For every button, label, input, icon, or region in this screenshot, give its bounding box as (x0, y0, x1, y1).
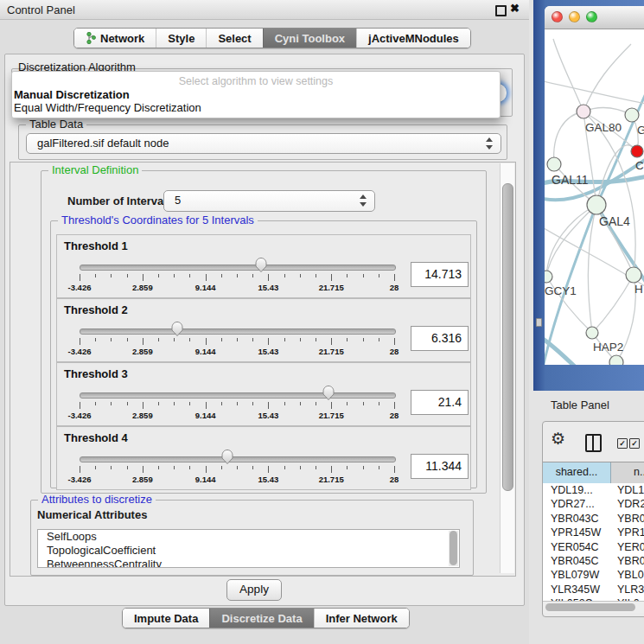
network-node[interactable] (609, 355, 623, 365)
attribute-item[interactable]: TopologicalCoefficient (38, 544, 459, 558)
network-node[interactable] (545, 271, 552, 283)
table-hscrollbar[interactable] (543, 601, 644, 613)
slider-tick-label: 21.715 (319, 347, 344, 356)
slider-tick-label: 28 (390, 411, 399, 420)
threshold-slider[interactable]: -3.4262.8599.14415.4321.71528 (57, 299, 406, 361)
bottom-tab-discretize-data[interactable]: Discretize Data (209, 609, 313, 628)
slider-tick (127, 402, 128, 405)
table-row[interactable]: YBR043CYBR0... (543, 512, 644, 526)
slider-tick-label: 9.144 (195, 283, 216, 292)
threshold-coordinates-label: Threshold's Coordinates for 5 Intervals (58, 214, 258, 226)
tab-cyni-toolbox[interactable]: Cyni Toolbox (263, 29, 356, 48)
network-node[interactable] (626, 267, 641, 283)
column-header-name[interactable]: n... (611, 462, 644, 483)
threshold-value-field[interactable]: 21.4 (411, 390, 469, 415)
threshold-slider[interactable]: -3.4262.8599.14415.4321.71528 (57, 427, 406, 489)
slider-tick-label: 15.43 (258, 347, 279, 356)
numerical-attributes-list[interactable]: SelfLoopsTopologicalCoefficientBetweenne… (37, 529, 460, 568)
bottom-tab-label: Impute Data (134, 612, 198, 625)
network-edge[interactable] (553, 39, 583, 112)
network-edge[interactable] (554, 112, 583, 164)
menu-item-manual-discretization[interactable]: Manual Discretization (14, 88, 130, 101)
network-canvas[interactable]: GAL80GACGAL11GAL4HGCY1HAP2 (545, 29, 644, 365)
network-node[interactable] (547, 157, 561, 171)
tab-network[interactable]: Network (74, 29, 156, 48)
slider-tick (95, 402, 96, 405)
network-node[interactable] (586, 327, 598, 339)
bottom-tab-impute-data[interactable]: Impute Data (123, 609, 209, 628)
slider-tick (189, 466, 190, 469)
slider-tick (95, 274, 96, 277)
slider-thumb-icon[interactable] (220, 449, 234, 465)
slider-tick-label: 9.144 (195, 411, 216, 420)
network-node[interactable] (625, 108, 639, 122)
table-data-value: galFiltered.sif default node (37, 137, 169, 150)
slider-thumb-icon[interactable] (170, 321, 184, 337)
slider-tick (363, 274, 364, 277)
tab-jactivemnodules[interactable]: jActiveMNodules (356, 29, 470, 48)
control-panel-title: Control Panel (7, 3, 75, 16)
slider-tick-label: 9.144 (195, 347, 216, 356)
apply-button[interactable]: Apply (226, 579, 282, 601)
close-traffic-light-icon[interactable] (552, 11, 563, 22)
threshold-value-field[interactable]: 11.344 (411, 454, 469, 479)
threshold-value-field[interactable]: 14.713 (411, 262, 469, 287)
network-window-titlebar (545, 6, 644, 29)
tab-select[interactable]: Select (206, 29, 262, 48)
table-data-combobox[interactable]: galFiltered.sif default node (26, 133, 501, 154)
table-row[interactable]: YLR345WYLR3... (543, 583, 644, 596)
column-header-shared[interactable]: shared... (543, 462, 611, 483)
network-node[interactable] (631, 145, 643, 157)
network-edge[interactable] (596, 145, 637, 205)
number-of-intervals-combobox[interactable]: 5 (163, 190, 375, 212)
checkbox-icon[interactable]: ✓ (629, 438, 640, 449)
slider-track[interactable] (80, 265, 396, 271)
threshold-slider[interactable]: -3.4262.8599.14415.4321.71528 (57, 363, 406, 425)
float-window-icon[interactable] (495, 5, 507, 16)
close-icon[interactable]: ✖ (510, 2, 520, 15)
table-row[interactable]: YBL079WYBL0... (543, 568, 644, 582)
slider-track[interactable] (80, 392, 396, 399)
bottom-tab-infer-network[interactable]: Infer Network (314, 609, 409, 628)
network-node[interactable] (587, 195, 606, 214)
minimize-traffic-light-icon[interactable] (569, 11, 580, 22)
tab-style[interactable]: Style (156, 29, 206, 48)
table-row[interactable]: YDL19...YDL1... (543, 483, 644, 497)
network-edge[interactable] (546, 205, 596, 277)
splitter-handle[interactable] (536, 318, 542, 327)
main-scrollbar-thumb[interactable] (502, 183, 513, 491)
table-row[interactable]: YER054CYER0... (543, 540, 644, 554)
table-hscrollbar-thumb[interactable] (545, 603, 635, 611)
threshold-row: Threshold 4 -3.4262.8599.14415.4321.7152… (56, 426, 471, 490)
attribute-item[interactable]: SelfLoops (38, 530, 459, 544)
slider-tick (347, 466, 348, 469)
slider-track[interactable] (80, 328, 396, 335)
zoom-traffic-light-icon[interactable] (586, 11, 597, 22)
columns-icon[interactable] (585, 434, 602, 452)
attributes-scrollbar-thumb[interactable] (450, 531, 457, 565)
attribute-item[interactable]: BetweennessCentrality (38, 558, 459, 568)
slider-thumb-icon[interactable] (322, 385, 335, 401)
slider-tick (80, 274, 80, 281)
slider-tick (80, 466, 80, 473)
threshold-slider[interactable]: -3.4262.8599.14415.4321.71528 (57, 235, 406, 297)
table-row[interactable]: YPR145WYPR1... (543, 526, 644, 539)
slider-tick-label: 15.43 (258, 475, 279, 484)
table-row[interactable]: YBR045CYBR0... (543, 554, 644, 568)
main-scrollbar[interactable] (500, 163, 514, 573)
network-edge[interactable] (592, 275, 634, 333)
slider-thumb-icon[interactable] (254, 257, 268, 273)
menu-item-equal-width-frequency[interactable]: Equal Width/Frequency Discretization (14, 101, 201, 114)
tab-label: Cyni Toolbox (275, 32, 345, 45)
threshold-value-field[interactable]: 6.316 (411, 326, 469, 351)
network-edge[interactable] (546, 205, 596, 277)
attributes-scrollbar[interactable] (449, 531, 458, 566)
table-row[interactable]: YDR27...YDR2... (543, 497, 644, 511)
network-edge[interactable] (545, 80, 644, 105)
slider-track[interactable] (80, 456, 396, 462)
network-node[interactable] (577, 105, 590, 118)
network-edge[interactable] (583, 44, 631, 112)
gear-icon[interactable]: ⚙ (551, 429, 565, 449)
combo-arrows-icon (359, 194, 367, 207)
checkbox-icon[interactable]: ✓ (617, 438, 628, 449)
